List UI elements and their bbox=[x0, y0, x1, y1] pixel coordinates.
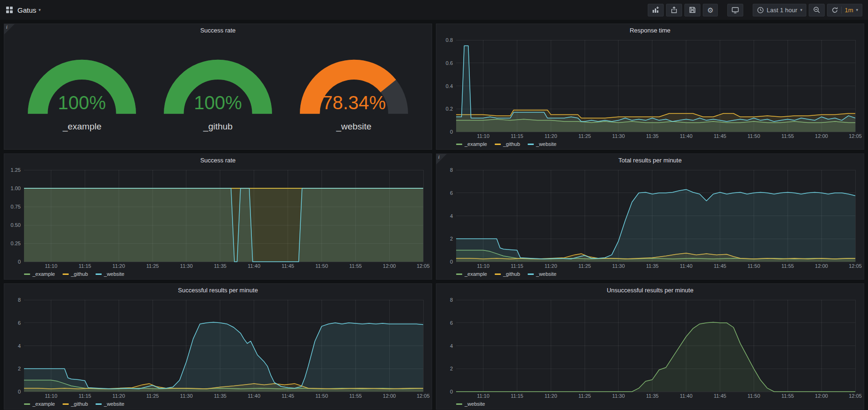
save-icon bbox=[689, 6, 696, 14]
add-panel-button[interactable] bbox=[648, 4, 664, 16]
svg-text:12:05: 12:05 bbox=[849, 263, 862, 269]
legend-item-_github[interactable]: _github bbox=[63, 401, 88, 407]
svg-text:100%: 100% bbox=[58, 93, 106, 113]
svg-text:0.75: 0.75 bbox=[11, 204, 21, 209]
svg-text:100%: 100% bbox=[194, 93, 242, 113]
zoom-out-button[interactable] bbox=[809, 4, 825, 16]
legend-item-_website[interactable]: _website bbox=[528, 271, 556, 277]
svg-text:11:45: 11:45 bbox=[281, 263, 294, 269]
legend-item-_example[interactable]: _example bbox=[24, 401, 55, 407]
legend-item-_example[interactable]: _example bbox=[24, 271, 55, 277]
legend-item-_website[interactable]: _website bbox=[456, 401, 485, 407]
svg-text:12:00: 12:00 bbox=[815, 133, 828, 139]
panel-title[interactable]: Unsuccessful results per minute bbox=[436, 284, 864, 296]
svg-text:11:35: 11:35 bbox=[214, 393, 226, 399]
svg-text:11:50: 11:50 bbox=[747, 133, 760, 139]
svg-text:0: 0 bbox=[450, 129, 453, 135]
svg-text:6: 6 bbox=[450, 190, 453, 196]
refresh-interval-value: 1m bbox=[844, 7, 853, 14]
svg-text:1.00: 1.00 bbox=[11, 185, 21, 191]
svg-text:1.25: 1.25 bbox=[11, 167, 21, 173]
svg-text:12:05: 12:05 bbox=[417, 393, 430, 399]
legend-item-_website[interactable]: _website bbox=[96, 401, 124, 407]
legend-item-_github[interactable]: _github bbox=[495, 141, 520, 147]
svg-text:12:05: 12:05 bbox=[417, 263, 430, 269]
legend-label: _example bbox=[465, 141, 487, 147]
dashboard-title-button[interactable]: Gatus ▾ bbox=[17, 6, 41, 14]
legend-label: _github bbox=[503, 141, 520, 147]
legend-item-_website[interactable]: _website bbox=[96, 271, 124, 277]
legend-item-_github[interactable]: _github bbox=[63, 271, 88, 277]
svg-text:0: 0 bbox=[18, 389, 21, 394]
success-rate-gauges[interactable]: 100%_example100%_github78.34%_website bbox=[6, 36, 430, 148]
share-button[interactable] bbox=[666, 4, 682, 16]
legend-label: _website bbox=[104, 271, 124, 277]
time-range-button[interactable]: Last 1 hour ▾ bbox=[753, 4, 807, 16]
legend-item-_example[interactable]: _example bbox=[456, 271, 487, 277]
svg-text:11:40: 11:40 bbox=[680, 263, 692, 269]
apps-grid-icon[interactable] bbox=[6, 6, 13, 14]
svg-text:11:45: 11:45 bbox=[281, 393, 294, 399]
response-time-chart[interactable]: 11:1011:1511:2011:2511:3011:3511:4011:45… bbox=[438, 36, 862, 140]
legend-swatch bbox=[96, 403, 102, 405]
svg-text:0.50: 0.50 bbox=[11, 222, 21, 228]
legend-item-_github[interactable]: _github bbox=[495, 271, 520, 277]
svg-text:4: 4 bbox=[450, 213, 453, 219]
dashboard-grid: i Success rate 100%_example100%_github78… bbox=[0, 20, 868, 410]
chart-legend: _example_github_website bbox=[6, 270, 430, 278]
svg-text:12:00: 12:00 bbox=[383, 393, 396, 399]
unsuccessful-results-chart[interactable]: 11:1011:1511:2011:2511:3011:3511:4011:45… bbox=[438, 296, 862, 400]
legend-swatch bbox=[24, 403, 30, 405]
legend-swatch bbox=[528, 273, 534, 275]
legend-swatch bbox=[63, 273, 69, 275]
svg-text:11:10: 11:10 bbox=[477, 393, 490, 399]
svg-text:11:30: 11:30 bbox=[612, 393, 625, 399]
gauge-label: _github bbox=[203, 121, 233, 132]
legend-swatch bbox=[63, 403, 69, 405]
svg-text:11:50: 11:50 bbox=[315, 393, 328, 399]
panel-unsuccessful-results: i Unsuccessful results per minute 11:101… bbox=[436, 283, 864, 410]
svg-text:11:40: 11:40 bbox=[248, 393, 260, 399]
svg-text:11:35: 11:35 bbox=[214, 263, 226, 269]
panel-success-rate-timeseries: i Success rate 11:1011:1511:2011:2511:30… bbox=[4, 153, 432, 280]
legend-swatch bbox=[528, 144, 534, 145]
svg-text:11:55: 11:55 bbox=[781, 133, 794, 139]
legend-item-_website[interactable]: _website bbox=[528, 141, 556, 147]
gauge-_example: 100%_example bbox=[18, 51, 146, 131]
svg-text:11:35: 11:35 bbox=[646, 393, 659, 399]
svg-text:4: 4 bbox=[18, 343, 21, 349]
svg-text:11:55: 11:55 bbox=[349, 393, 362, 399]
legend-item-_example[interactable]: _example bbox=[456, 141, 487, 147]
legend-label: _github bbox=[71, 401, 88, 407]
panel-title[interactable]: Total results per minute bbox=[436, 154, 864, 166]
total-results-chart[interactable]: 11:1011:1511:2011:2511:3011:3511:4011:45… bbox=[438, 166, 862, 270]
panel-title[interactable]: Response time bbox=[436, 24, 864, 36]
success-rate-chart[interactable]: 11:1011:1511:2011:2511:3011:3511:4011:45… bbox=[6, 166, 430, 270]
panel-title[interactable]: Successful results per minute bbox=[4, 284, 432, 296]
zoom-out-icon bbox=[813, 6, 820, 14]
svg-text:11:35: 11:35 bbox=[646, 133, 659, 139]
panel-info-icon[interactable]: i bbox=[4, 24, 15, 34]
legend-swatch bbox=[96, 273, 102, 275]
svg-text:11:45: 11:45 bbox=[714, 133, 726, 139]
caret-down-icon: ▾ bbox=[856, 8, 858, 12]
legend-label: _example bbox=[465, 271, 487, 277]
legend-swatch bbox=[456, 273, 462, 275]
legend-label: _github bbox=[71, 271, 88, 277]
panel-info-icon[interactable]: i bbox=[436, 154, 447, 164]
svg-text:11:45: 11:45 bbox=[714, 393, 726, 399]
panel-title[interactable]: Success rate bbox=[4, 24, 432, 36]
svg-text:11:50: 11:50 bbox=[747, 393, 760, 399]
refresh-icon bbox=[831, 7, 838, 14]
panel-title[interactable]: Success rate bbox=[4, 154, 432, 166]
svg-text:0.25: 0.25 bbox=[11, 241, 21, 246]
tv-mode-button[interactable] bbox=[727, 4, 743, 16]
caret-down-icon: ▾ bbox=[39, 8, 41, 12]
svg-text:11:30: 11:30 bbox=[612, 263, 625, 269]
successful-results-chart[interactable]: 11:1011:1511:2011:2511:3011:3511:4011:45… bbox=[6, 296, 430, 400]
save-button[interactable] bbox=[684, 4, 700, 16]
refresh-button[interactable]: 1m ▾ bbox=[827, 4, 862, 16]
settings-button[interactable]: ⚙ bbox=[703, 4, 717, 16]
add-panel-icon bbox=[652, 6, 659, 14]
gauge-label: _website bbox=[336, 121, 371, 132]
